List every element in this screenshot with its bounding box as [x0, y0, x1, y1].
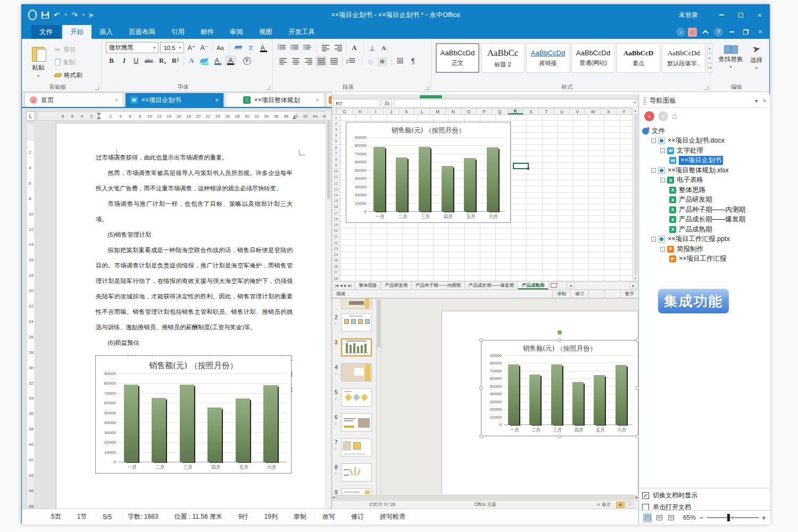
collapse-ribbon-icon[interactable] [700, 27, 711, 37]
vertical-ruler[interactable]: 2468101214161820222426283032343638404244… [26, 123, 35, 508]
tree-item[interactable]: P××项目工作汇报 [641, 254, 769, 264]
column-header-L[interactable]: L [414, 109, 430, 114]
status-item[interactable]: 19列 [264, 512, 278, 521]
row-header-27[interactable]: 27 [332, 270, 340, 276]
column-header-W[interactable]: W [585, 109, 601, 114]
close-tab-icon[interactable]: × [215, 97, 219, 103]
slide-thumbnail-2[interactable] [341, 313, 372, 331]
writer-scrollbar[interactable] [326, 111, 331, 508]
tab-引用[interactable]: 引用 [163, 25, 193, 39]
bold-icon[interactable]: B [106, 55, 117, 66]
hanging-indent-marker[interactable] [97, 116, 101, 119]
tree-item[interactable]: X产品成熟期 [641, 225, 769, 235]
highlight-icon[interactable]: ▾ [200, 55, 211, 66]
row-header-20[interactable]: 20 [332, 228, 340, 234]
spreadsheet-grid[interactable]: 1234567891011121314151617181920212223242… [332, 115, 632, 281]
column-header-Q[interactable]: Q [492, 109, 508, 114]
tree-item[interactable]: X整体思路 [641, 185, 769, 195]
resize-handle[interactable] [636, 435, 638, 438]
slide-sorter-icon[interactable]: ⠿ [626, 502, 634, 508]
row-header-16[interactable]: 16 [332, 204, 340, 210]
shrink-font-icon[interactable]: A⁻ [198, 43, 210, 53]
multilevel-list-icon[interactable]: ▾ [303, 43, 314, 53]
document-tab-××项目企划书[interactable]: W××项目企划书× [125, 93, 224, 107]
row-header-8[interactable]: 8 [332, 156, 340, 162]
formula-input[interactable]: ▾ [394, 99, 637, 107]
column-header-H[interactable]: H [353, 109, 368, 114]
zoom-slider-thumb[interactable] [727, 514, 730, 521]
align-right-icon[interactable] [303, 56, 314, 66]
resize-handle[interactable] [479, 435, 483, 438]
styles-dialog-launcher[interactable] [704, 86, 708, 90]
login-status[interactable]: 未登录 [679, 11, 698, 20]
tree-item[interactable]: -××项目工作汇报.pptx [641, 235, 769, 245]
row-header-2[interactable]: 2 [332, 121, 340, 127]
paragraph[interactable]: 市场调查与推广计划一样，也包含了目标、策略以及细部计划三大项。 [96, 196, 293, 227]
zoom-out-icon[interactable]: − [699, 513, 703, 522]
justify-icon[interactable] [315, 56, 327, 66]
slide-thumbnail-6[interactable] [341, 413, 372, 431]
row-header-18[interactable]: 18 [332, 216, 340, 222]
document-tab-hidden[interactable]: P [326, 93, 331, 107]
style-card-h2[interactable]: AaBbCc标题 2 [481, 43, 525, 73]
clipboard-dialog-launcher[interactable] [95, 86, 99, 90]
change-case-icon[interactable]: Aa▾ [215, 43, 227, 53]
paragraph-settings-icon[interactable]: 回 [395, 56, 406, 66]
nav-dropdown-icon[interactable]: ▾ [755, 98, 758, 104]
column-header-K[interactable]: K [399, 109, 414, 114]
paragraph[interactable]: 然而，市场调查常被高层领导人与策划书人员所忽视。许多企业每年投入大笔广告费，而不… [96, 165, 293, 196]
sheet-nav-icons[interactable]: |◀◀▶▶| [332, 281, 355, 289]
char-shading-icon[interactable]: A [225, 55, 236, 66]
style-card-default[interactable]: AaBbCcDd默认段落字.. [662, 43, 705, 73]
grow-font-icon[interactable]: A⁺ [186, 43, 197, 53]
tree-item[interactable]: -P简报制作 [641, 244, 769, 254]
sheet-tab-整体思路[interactable]: 整体思路 [355, 281, 381, 289]
char-scale-icon[interactable]: A▾ [350, 43, 361, 53]
zoom-slider[interactable] [706, 517, 759, 518]
font-name-combo[interactable]: 微软雅黑▾ [106, 42, 159, 53]
spreadsheet-vscrollbar[interactable]: ▲▼ [632, 108, 638, 281]
row-header-12[interactable]: 12 [332, 180, 340, 186]
increase-indent-icon[interactable] [332, 43, 344, 53]
row-header-25[interactable]: 25 [332, 258, 340, 264]
close-tab-icon[interactable]: × [316, 97, 319, 103]
sheet-tab-产品成长期——爆发期[interactable]: 产品成长期——爆发期 [465, 281, 518, 289]
close-tab-icon[interactable]: × [115, 97, 118, 103]
column-header-N[interactable]: N [446, 109, 461, 114]
resize-handle[interactable] [558, 435, 561, 438]
strikethrough-icon[interactable]: abc▾ [144, 55, 155, 66]
sheet-tab-产品研发期[interactable]: 产品研发期 [381, 281, 412, 289]
select-all-corner[interactable] [332, 109, 337, 114]
column-header-R[interactable]: R [508, 109, 523, 114]
checkbox-show-on-switch[interactable]: ✓ 切换文档时显示 [639, 488, 770, 500]
outline-view-icon[interactable] [667, 513, 676, 522]
style-card-web[interactable]: AaBbCcDd普通(网站) [571, 43, 615, 73]
selected-cell[interactable] [513, 163, 529, 169]
slide-thumbnail-3[interactable] [341, 338, 372, 356]
find-replace-button[interactable]: 查找替换▾ [719, 43, 743, 83]
cut-button[interactable]: ✂剪切 [55, 45, 82, 54]
new-sheet-icon[interactable] [551, 283, 557, 288]
redo-icon[interactable]: ↷ [71, 11, 78, 19]
document-chart[interactable]: 销售额(元) （按照月份）010000200003000040000500006… [95, 355, 292, 473]
select-button[interactable]: ➤ 选择▾ [751, 43, 763, 83]
save-icon[interactable] [41, 12, 49, 19]
status-item[interactable]: 改写 [322, 512, 335, 521]
style-card-strong[interactable]: AaBbCcD要点 [617, 43, 660, 73]
row-header-15[interactable]: 15 [332, 198, 340, 204]
clear-format-icon[interactable] [232, 43, 244, 53]
status-item[interactable]: 录制 [294, 512, 306, 521]
column-header-V[interactable]: V [570, 109, 585, 114]
subscript-icon[interactable]: R₂ [157, 55, 168, 66]
doc-close-icon[interactable]: × [754, 27, 766, 37]
borders-icon[interactable]: ⊞▾ [378, 56, 389, 66]
nav-forward-icon[interactable]: › [658, 111, 668, 121]
phonetic-guide-icon[interactable]: 文 [245, 43, 256, 53]
row-header-26[interactable]: 26 [332, 264, 340, 270]
format-painter-button[interactable]: 格式刷 [55, 71, 82, 80]
enclose-char-icon[interactable]: 字 [242, 55, 253, 66]
style-card-link[interactable]: AaBbCcDd超链接 [526, 43, 570, 73]
thumbnail-scrollbar[interactable] [377, 298, 381, 494]
row-header-1[interactable]: 1 [332, 115, 340, 121]
resize-handle[interactable] [636, 386, 638, 390]
